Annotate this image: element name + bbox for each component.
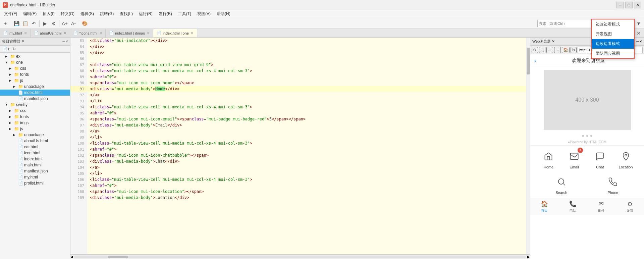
tree-item-swetty-about[interactable]: 📄 aboutUs.html	[0, 138, 70, 144]
tab-index-dimao[interactable]: 📄 index.html | dimao ✕	[106, 29, 153, 38]
browser-icon-home[interactable]: Home	[541, 149, 556, 169]
menu-tools[interactable]: 工具(T)	[175, 10, 194, 17]
sidebar-close-btn[interactable]: ✕	[65, 40, 68, 43]
browser-close-btn[interactable]: ✕	[639, 40, 642, 43]
undo-button[interactable]: ↶	[30, 19, 38, 28]
window-controls: ─ □ ✕	[616, 2, 641, 8]
browser-expand[interactable]: ⬚	[539, 47, 545, 53]
code-content[interactable]: <div class="mui-indicator"></div> </div>…	[87, 38, 526, 254]
build-button[interactable]: ⚙	[50, 19, 58, 28]
view-menu-arrow[interactable]: ▼	[635, 19, 643, 28]
editor-content: 83 84 85 86 87 88 89 90 91 92 93 94 95 9…	[70, 38, 530, 254]
tab-close-dimao[interactable]: ✕	[147, 31, 150, 35]
font-smaller[interactable]: A-	[69, 19, 77, 28]
tab-my-html[interactable]: 📄 my.html ✕	[0, 29, 31, 38]
maximize-button[interactable]: □	[625, 2, 633, 8]
tab-close-one[interactable]: ✕	[191, 31, 194, 35]
menu-help[interactable]: 帮助(H)	[214, 10, 233, 17]
menu-insert[interactable]: 插入(I)	[40, 10, 57, 17]
tree-item-one-css[interactable]: ▶ 📁 css	[0, 65, 70, 71]
browser-icon-search[interactable]: Search	[554, 174, 569, 195]
tree-item-swetty-index[interactable]: 📄 index.html	[0, 156, 70, 162]
browser-icon-phone[interactable]: Phone	[605, 174, 620, 195]
panel-close[interactable]: ✕	[635, 29, 643, 37]
tree-label-swetty-main: main.html	[24, 163, 42, 167]
tree-item-swetty-fonts[interactable]: ▶ 📁 fonts	[0, 114, 70, 120]
save-all-button[interactable]: 📋	[21, 19, 29, 28]
tree-item-swetty-main[interactable]: 📄 main.html	[0, 162, 70, 168]
dropdown-item-side-view-2[interactable]: 边改边看模式	[592, 39, 634, 49]
tab-close-about[interactable]: ✕	[64, 31, 66, 35]
browser-settings[interactable]: ⚙	[532, 47, 538, 53]
tree-label-ex: ex	[16, 54, 20, 59]
tree-item-swetty-imgs[interactable]: ▶ 📁 imgs	[0, 120, 70, 126]
tree-item-swetty-css[interactable]: ▶ 📁 css	[0, 108, 70, 114]
font-larger[interactable]: A+	[61, 19, 69, 28]
menu-edit[interactable]: 编辑(E)	[20, 10, 39, 17]
minimize-button[interactable]: ─	[616, 2, 624, 8]
menu-file[interactable]: 文件(F)	[1, 10, 20, 17]
tree-item-one-unpackage[interactable]: ▶ 📁 unpackage	[0, 84, 70, 90]
browser-tab-settings[interactable]: ⚙ 设置	[615, 198, 644, 215]
tab-close-my[interactable]: ✕	[24, 31, 27, 35]
hscroll-thumb[interactable]	[108, 256, 128, 258]
save-button[interactable]: 💾	[12, 19, 20, 28]
tree-item-one-index[interactable]: 📄 index.html	[0, 90, 70, 96]
browser-icon-location[interactable]: Location	[619, 149, 633, 169]
horizontal-scrollbar[interactable]: ◀ ▶	[70, 254, 530, 259]
scrollbar-thumb[interactable]	[527, 48, 530, 74]
sidebar-new-file[interactable]: 📄+	[1, 46, 11, 52]
tree-item-swetty[interactable]: ▼ 📁 swetty	[0, 102, 70, 108]
scroll-right[interactable]: ▶	[527, 255, 530, 259]
tree-item-swetty-unpackage[interactable]: ▶ 📁 unpackage	[0, 132, 70, 138]
browser-tab-phone[interactable]: 📞 电话	[559, 198, 587, 215]
tree-item-swetty-my[interactable]: 📄 my.html	[0, 174, 70, 180]
tree-item-swetty-js[interactable]: ▶ 📁 js	[0, 126, 70, 132]
tree-item-swetty-manifest[interactable]: 📄 manifest.json	[0, 168, 70, 174]
browser-collapse[interactable]: ─	[636, 40, 639, 43]
tree-label-one-css: css	[20, 66, 26, 71]
menu-select[interactable]: 选择(S)	[78, 10, 97, 17]
new-button[interactable]: +	[1, 19, 9, 28]
sidebar-refresh[interactable]: ↻	[11, 46, 17, 52]
browser-tab-email[interactable]: ✉ 邮件	[587, 198, 616, 215]
menu-view[interactable]: 视图(V)	[195, 10, 213, 17]
browser-home-btn[interactable]: 🏠	[562, 47, 570, 53]
tree-item-one-manifest[interactable]: 📄 manifest.json	[0, 96, 70, 102]
run-button[interactable]: ▶	[41, 19, 49, 28]
tree-item-one-js[interactable]: ▶ 📁 js	[0, 77, 70, 84]
menu-jump[interactable]: 跳转(G)	[97, 10, 116, 17]
tree-item-swetty-icon[interactable]: 📄 icon.html	[0, 150, 70, 156]
dropdown-item-side-view[interactable]: 边改边看模式	[592, 19, 634, 29]
sidebar-collapse-btn[interactable]: ─	[62, 40, 65, 43]
close-button[interactable]: ✕	[634, 2, 641, 8]
menu-find[interactable]: 查找(L)	[117, 10, 136, 17]
vertical-scrollbar[interactable]	[526, 38, 530, 254]
tree-label-swetty-index: index.html	[24, 157, 43, 161]
ln-85: 85	[70, 50, 87, 56]
tab-icons[interactable]: 📄 *icons.html ✕	[70, 29, 106, 38]
browser-back[interactable]: ←	[546, 47, 553, 53]
search-input[interactable]	[539, 21, 593, 25]
tree-item-one-fonts[interactable]: ▶ 📁 fonts	[0, 71, 70, 77]
browser-refresh[interactable]: ↻	[571, 47, 577, 53]
browser-tab-home[interactable]: 🏠 首页	[530, 198, 559, 215]
tree-item-swetty-car[interactable]: 📄 car.html	[0, 144, 70, 150]
tree-item-swetty-prolist[interactable]: 📄 prolist.html	[0, 180, 70, 186]
color-picker[interactable]: 🎨	[80, 19, 89, 28]
dropdown-item-dev-view[interactable]: 开发视图	[592, 29, 634, 39]
menu-run[interactable]: 运行(R)	[136, 10, 155, 17]
file-tree: ▶ 📁 ex ▼ 📁 one ▶ 📁 css	[0, 53, 70, 259]
tree-item-one[interactable]: ▼ 📁 one	[0, 59, 70, 65]
scroll-left[interactable]: ◀	[70, 255, 73, 259]
browser-icon-chat[interactable]: Chat	[593, 149, 607, 169]
tab-close-icons[interactable]: ✕	[99, 31, 102, 35]
browser-icon-email[interactable]: 5 Email	[567, 149, 582, 169]
browser-forward[interactable]: →	[554, 47, 561, 53]
menu-escape[interactable]: 转义(O)	[58, 10, 77, 17]
tab-index-one[interactable]: 📄 index.html | one ✕	[153, 29, 197, 38]
tree-item-ex[interactable]: ▶ 📁 ex	[0, 53, 70, 59]
dropdown-item-team-view[interactable]: 团队同步视图	[592, 49, 634, 58]
tab-aboutus[interactable]: 📄 aboutUs.html ✕	[31, 29, 70, 38]
menu-publish[interactable]: 发行(B)	[156, 10, 175, 17]
